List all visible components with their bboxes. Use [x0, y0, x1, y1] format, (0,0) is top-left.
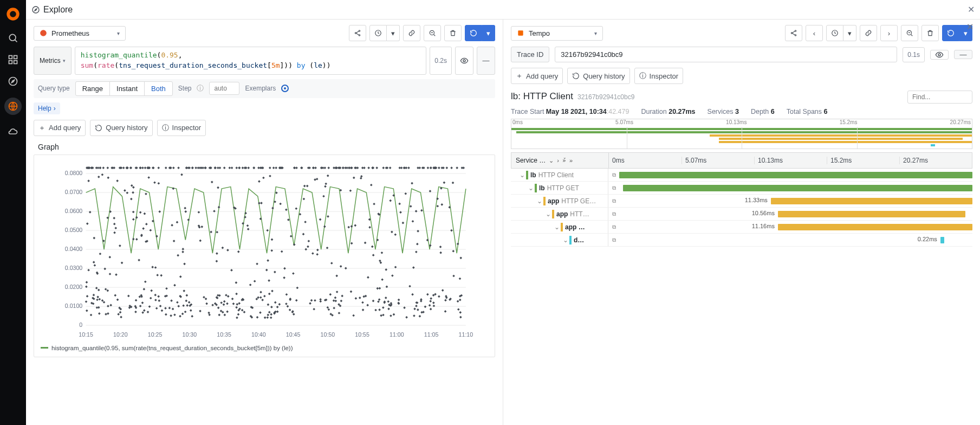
svg-text:11:10: 11:10	[459, 331, 473, 338]
prev-button[interactable]: ‹	[806, 25, 823, 41]
globe-icon[interactable]	[4, 98, 22, 115]
span-row[interactable]: ⌄ lb HTTP Client ⧉	[511, 169, 972, 182]
left-pane: Prometheus ▾ ▾ ▾ Metrics	[26, 20, 503, 425]
log-icon[interactable]: ⧉	[608, 198, 619, 204]
chevron-down-icon[interactable]: ⌄	[527, 184, 535, 192]
chevron-down-icon[interactable]: ⌄	[562, 236, 569, 244]
trace-id-input[interactable]: 32167b92941c0bc9	[555, 47, 897, 62]
link-button[interactable]	[860, 25, 877, 41]
run-button[interactable]	[942, 25, 959, 41]
time-picker-dropdown[interactable]: ▾	[387, 25, 400, 41]
svg-text:0: 0	[79, 321, 82, 328]
find-input[interactable]	[907, 91, 972, 104]
close-icon[interactable]: ✕	[968, 4, 975, 15]
chart-legend: histogram_quantile(0.95, sum(rate(tns_re…	[37, 343, 491, 353]
svg-text:10:45: 10:45	[286, 331, 301, 338]
log-icon[interactable]: ⧉	[608, 237, 619, 243]
add-query-button[interactable]: ＋ Add query	[511, 68, 563, 84]
span-row[interactable]: ⌄ lb HTTP GET ⧉	[511, 182, 972, 195]
time-picker-button[interactable]	[826, 25, 843, 41]
chevron-right-icon[interactable]: ›	[557, 157, 559, 164]
share-button[interactable]	[349, 25, 366, 41]
log-icon[interactable]: ⧉	[608, 211, 619, 217]
prometheus-icon	[40, 29, 47, 37]
inspector-button[interactable]: ⓘInspector	[634, 68, 683, 84]
dashboards-icon[interactable]	[8, 54, 18, 65]
span-list: ⌄ lb HTTP Client ⧉ ⌄ lb HTTP GET ⧉	[511, 169, 972, 247]
span-bar[interactable]	[771, 198, 972, 204]
chevron-down-icon[interactable]: ⌄	[536, 197, 543, 205]
query-type-toggle[interactable]: Range Instant Both	[75, 81, 173, 96]
query-editor[interactable]: histogram_quantile(0.95, sum(rate(tns_re…	[75, 47, 427, 75]
zoom-out-button[interactable]	[424, 25, 441, 41]
span-color	[552, 210, 554, 218]
svg-point-53	[938, 54, 940, 56]
svg-point-16	[463, 60, 465, 62]
run-button[interactable]	[465, 25, 482, 41]
search-icon[interactable]	[8, 33, 18, 43]
clear-button[interactable]	[921, 25, 939, 41]
chevron-down-icon[interactable]: ⌄	[518, 171, 526, 179]
zoom-out-button[interactable]	[901, 25, 918, 41]
svg-rect-5	[9, 61, 12, 64]
info-icon[interactable]: ⓘ	[197, 83, 204, 93]
trace-meta: Trace Start May 18 2021, 10:34:42.479 Du…	[511, 108, 972, 115]
chevron-down-icon[interactable]: ⌄	[553, 223, 561, 231]
clear-button[interactable]	[444, 25, 462, 41]
eye-icon[interactable]	[455, 47, 473, 75]
exemplars-toggle[interactable]	[281, 85, 289, 92]
chevron-down-icon[interactable]: ⌄	[549, 157, 554, 164]
log-icon[interactable]: ⧉	[608, 224, 619, 230]
query-timing: 0.2s	[430, 47, 452, 75]
datasource-picker-right[interactable]: Tempo ▾	[511, 26, 603, 41]
time-picker-button[interactable]	[369, 25, 387, 41]
grafana-logo[interactable]	[5, 7, 21, 22]
span-bar[interactable]	[623, 185, 972, 191]
datasource-picker-left[interactable]: Prometheus ▾	[34, 26, 126, 41]
span-service: lb	[530, 171, 536, 179]
run-dropdown[interactable]: ▾	[482, 25, 495, 41]
trace-minimap[interactable]: 0ms5.07ms10.13ms15.2ms20.27ms	[511, 119, 972, 149]
graph-title: Graph	[38, 143, 495, 151]
span-row[interactable]: ⌄ app HTT… ⧉ 10.56ms	[511, 208, 972, 221]
eye-icon[interactable]	[930, 50, 949, 60]
query-history-button[interactable]: Query history	[567, 68, 629, 84]
span-color	[535, 184, 537, 192]
exemplars-label: Exemplars	[245, 85, 276, 92]
link-button[interactable]	[403, 25, 420, 41]
chart-canvas[interactable]: 00.01000.02000.03000.04000.05000.06000.0…	[37, 158, 491, 343]
span-bar[interactable]	[619, 172, 972, 178]
help-button[interactable]: Help›	[34, 102, 60, 114]
span-bar[interactable]	[940, 237, 944, 243]
time-picker-dropdown[interactable]: ▾	[843, 25, 856, 41]
svg-text:11:05: 11:05	[424, 331, 439, 338]
close-pane-icon[interactable]: ✕	[966, 22, 973, 32]
remove-query-button[interactable]: —	[477, 47, 495, 75]
span-row[interactable]: ⌄ app HTTP GE… ⧉ 11.33ms	[511, 195, 972, 208]
inspector-button[interactable]: ⓘInspector	[157, 120, 206, 136]
span-bar[interactable]	[778, 211, 965, 217]
step-input[interactable]	[209, 82, 239, 95]
span-color	[526, 171, 528, 179]
share-button[interactable]	[785, 25, 802, 41]
log-icon[interactable]: ⧉	[608, 172, 619, 178]
add-query-button[interactable]: ＋ Add query	[34, 120, 86, 136]
collapse-all-icon[interactable]: »̌	[562, 157, 566, 164]
span-op: HTT…	[570, 210, 589, 218]
remove-query-button[interactable]: —	[954, 50, 972, 59]
query-history-button[interactable]: Query history	[90, 120, 152, 136]
query-options: Query type Range Instant Both Step ⓘ Exe…	[34, 79, 495, 98]
svg-text:10:50: 10:50	[321, 331, 335, 338]
next-button[interactable]: ›	[880, 25, 898, 41]
chevron-down-icon[interactable]: ⌄	[544, 210, 552, 218]
span-row[interactable]: ⌄ d… ⧉ 0.22ms	[511, 234, 972, 247]
expand-all-icon[interactable]: »	[569, 157, 573, 164]
span-row[interactable]: ⌄ app … ⧉ 11.16ms	[511, 221, 972, 234]
compass-icon[interactable]	[8, 76, 18, 87]
metrics-browser-button[interactable]: Metrics▾	[34, 47, 72, 75]
log-icon[interactable]: ⧉	[608, 185, 619, 191]
span-bar[interactable]	[778, 224, 972, 230]
svg-text:0.0600: 0.0600	[65, 208, 83, 214]
cloud-icon[interactable]	[8, 126, 18, 137]
svg-rect-4	[14, 56, 17, 59]
